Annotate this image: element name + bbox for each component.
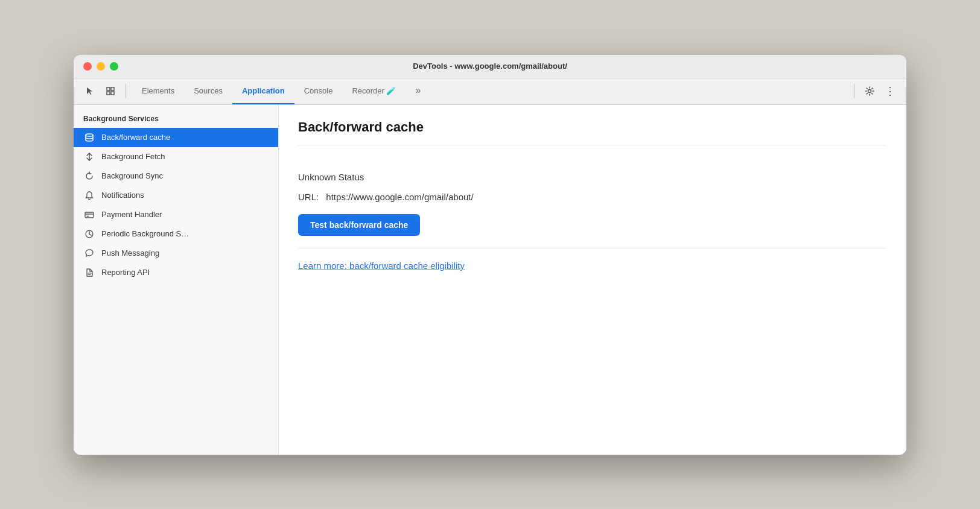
main-content: Background Services Back/forward cache <box>74 105 906 455</box>
sidebar-label-notifications: Notifications <box>101 191 144 200</box>
url-line: URL: https://www.google.com/gmail/about/ <box>298 192 887 202</box>
svg-line-12 <box>89 234 91 235</box>
minimize-button[interactable] <box>97 62 105 71</box>
url-value: https://www.google.com/gmail/about/ <box>326 192 473 202</box>
sidebar-label-periodic-background: Periodic Background S… <box>101 229 189 238</box>
status-section: Unknown Status URL: https://www.google.c… <box>298 160 887 248</box>
svg-rect-3 <box>111 92 114 95</box>
svg-rect-0 <box>107 87 110 90</box>
toolbar-divider <box>126 84 126 98</box>
sidebar-item-reporting-api[interactable]: Reporting API <box>74 263 278 282</box>
status-text: Unknown Status <box>298 172 887 182</box>
traffic-lights <box>83 62 118 71</box>
background-fetch-icon <box>83 152 95 162</box>
toolbar: Elements Sources Application Console Rec… <box>74 78 906 105</box>
learn-more-section: Learn more: back/forward cache eligibili… <box>298 248 887 283</box>
payment-handler-icon <box>83 210 95 220</box>
learn-more-link[interactable]: Learn more: back/forward cache eligibili… <box>298 261 465 271</box>
sidebar: Background Services Back/forward cache <box>74 105 279 455</box>
inspect-icon[interactable] <box>101 82 119 100</box>
sidebar-item-push-messaging[interactable]: Push Messaging <box>74 244 278 263</box>
push-messaging-icon <box>83 248 95 258</box>
svg-point-5 <box>86 134 93 136</box>
svg-rect-7 <box>85 212 94 218</box>
cursor-icon[interactable] <box>81 82 99 100</box>
test-back-forward-cache-button[interactable]: Test back/forward cache <box>298 214 420 236</box>
content-area: Back/forward cache Unknown Status URL: h… <box>279 105 906 455</box>
sidebar-label-push-messaging: Push Messaging <box>101 248 159 258</box>
sidebar-label-background-fetch: Background Fetch <box>101 152 165 161</box>
toolbar-divider-2 <box>854 84 854 98</box>
tab-sources[interactable]: Sources <box>184 78 232 104</box>
sidebar-label-payment-handler: Payment Handler <box>101 210 162 219</box>
background-sync-icon <box>83 171 95 181</box>
svg-rect-1 <box>111 87 114 90</box>
sidebar-item-payment-handler[interactable]: Payment Handler <box>74 205 278 224</box>
toolbar-right: ⋮ <box>850 82 899 100</box>
more-options-icon[interactable]: ⋮ <box>881 82 899 100</box>
sidebar-item-background-sync[interactable]: Background Sync <box>74 166 278 186</box>
window-title: DevTools - www.google.com/gmail/about/ <box>413 62 567 71</box>
notifications-icon <box>83 191 95 200</box>
tab-more[interactable]: » <box>406 78 430 104</box>
tab-console[interactable]: Console <box>294 78 343 104</box>
sidebar-item-back-forward-cache[interactable]: Back/forward cache <box>74 128 278 147</box>
tab-application[interactable]: Application <box>232 78 294 104</box>
title-bar: DevTools - www.google.com/gmail/about/ <box>74 55 906 78</box>
devtools-window: DevTools - www.google.com/gmail/about/ E… <box>74 55 906 455</box>
close-button[interactable] <box>83 62 92 71</box>
tab-recorder[interactable]: Recorder 🧪 <box>342 78 406 104</box>
settings-icon[interactable] <box>861 82 879 100</box>
periodic-background-icon <box>83 229 95 239</box>
sidebar-item-periodic-background[interactable]: Periodic Background S… <box>74 224 278 244</box>
sidebar-label-reporting-api: Reporting API <box>101 268 150 277</box>
tabs-container: Elements Sources Application Console Rec… <box>132 78 848 104</box>
svg-point-4 <box>868 90 871 93</box>
sidebar-item-notifications[interactable]: Notifications <box>74 186 278 205</box>
svg-rect-2 <box>107 92 110 95</box>
page-title: Back/forward cache <box>298 119 887 145</box>
maximize-button[interactable] <box>110 62 118 71</box>
tab-elements[interactable]: Elements <box>132 78 184 104</box>
reporting-api-icon <box>83 268 95 277</box>
url-label: URL: <box>298 192 319 202</box>
sidebar-section-background-services: Background Services <box>74 105 278 128</box>
sidebar-label-background-sync: Background Sync <box>101 171 163 180</box>
sidebar-label-back-forward-cache: Back/forward cache <box>101 133 170 142</box>
sidebar-item-background-fetch[interactable]: Background Fetch <box>74 147 278 166</box>
back-forward-cache-icon <box>83 133 95 142</box>
